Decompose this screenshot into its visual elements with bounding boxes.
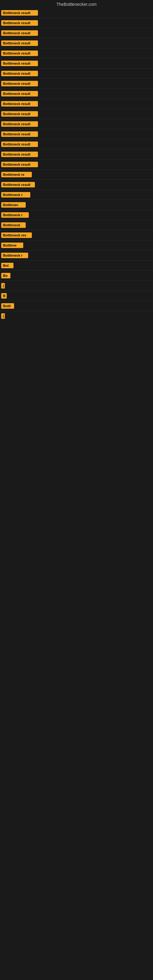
list-item: Bottleneck result (0, 49, 153, 57)
bottleneck-result-badge[interactable]: Bottleneck result (1, 71, 38, 76)
bottleneck-result-badge[interactable]: Bottleneck result (1, 91, 38, 97)
list-item: Bottleneck r (0, 191, 153, 199)
bottleneck-result-badge[interactable]: | (1, 313, 5, 319)
bottleneck-result-badge[interactable]: Bottleneck result (1, 101, 38, 107)
bottleneck-result-badge[interactable]: Bottleneck result (1, 60, 38, 66)
list-item: Bot (0, 261, 153, 270)
bottleneck-result-badge[interactable]: Bottleneck result (1, 20, 38, 26)
bottleneck-result-badge[interactable]: Bottleneck result (1, 182, 35, 188)
bottleneck-result-badge[interactable]: Bottleneck result (1, 121, 38, 127)
list-item: Bottleneck result (0, 180, 153, 189)
list-item: Bottl (0, 302, 153, 310)
bottleneck-result-badge[interactable]: Bottleneck res (1, 232, 32, 238)
bottleneck-result-badge[interactable]: Bottleneck r (1, 212, 29, 218)
list-item: Bottleneck (0, 221, 153, 229)
list-item: Bottleneck result (0, 150, 153, 159)
bottleneck-result-badge[interactable]: Bottleneck result (1, 162, 38, 167)
bottleneck-result-badge[interactable]: Bottlene (1, 243, 23, 248)
bottleneck-result-badge[interactable]: Bottleneck result (1, 51, 38, 56)
bottleneck-list: Bottleneck resultBottleneck resultBottle… (0, 9, 153, 320)
bottleneck-result-badge[interactable]: Bottleneck re (1, 172, 32, 177)
bottleneck-result-badge[interactable]: | (1, 283, 5, 288)
bottleneck-result-badge[interactable]: Bottleneck result (1, 30, 38, 36)
bottleneck-result-badge[interactable]: Bottlenec (1, 202, 26, 208)
bottleneck-result-badge[interactable]: B (1, 293, 7, 299)
list-item: | (0, 282, 153, 290)
bottleneck-result-badge[interactable]: Bottleneck result (1, 10, 38, 16)
list-item: Bottleneck result (0, 39, 153, 48)
list-item: Bottleneck result (0, 130, 153, 138)
bottleneck-result-badge[interactable]: Bottl (1, 303, 14, 309)
list-item: Bottleneck result (0, 69, 153, 78)
list-item: Bottleneck result (0, 140, 153, 148)
bottleneck-result-badge[interactable]: Bottleneck (1, 222, 26, 228)
list-item: Bottleneck result (0, 79, 153, 88)
bottleneck-result-badge[interactable]: Bot (1, 263, 13, 268)
list-item: Bottlenec (0, 200, 153, 209)
site-title-text: TheBottlenecker.com (56, 2, 97, 7)
list-item: Bottleneck result (0, 110, 153, 118)
list-item: Bottleneck result (0, 19, 153, 27)
list-item: Bottleneck result (0, 100, 153, 108)
bottleneck-result-badge[interactable]: Bottleneck result (1, 151, 38, 157)
list-item: Bottlene (0, 241, 153, 250)
list-item: Bottleneck re (0, 170, 153, 179)
list-item: Bottleneck result (0, 29, 153, 37)
list-item: Bottleneck result (0, 9, 153, 17)
bottleneck-result-badge[interactable]: Bottleneck result (1, 40, 38, 46)
bottleneck-result-badge[interactable]: Bottleneck result (1, 111, 38, 117)
list-item: | (0, 312, 153, 320)
bottleneck-result-badge[interactable]: Bo (1, 273, 10, 278)
list-item: Bottleneck result (0, 120, 153, 128)
list-item: Bottleneck result (0, 59, 153, 68)
list-item: B (0, 291, 153, 300)
list-item: Bottleneck r (0, 251, 153, 260)
bottleneck-result-badge[interactable]: Bottleneck result (1, 142, 38, 147)
bottleneck-result-badge[interactable]: Bottleneck r (1, 192, 30, 197)
list-item: Bottleneck result (0, 89, 153, 98)
bottleneck-result-badge[interactable]: Bottleneck result (1, 131, 38, 137)
list-item: Bottleneck result (0, 160, 153, 169)
site-title: TheBottlenecker.com (0, 0, 153, 9)
list-item: Bottleneck r (0, 211, 153, 219)
list-item: Bo (0, 271, 153, 280)
bottleneck-result-badge[interactable]: Bottleneck result (1, 81, 38, 86)
bottleneck-result-badge[interactable]: Bottleneck r (1, 253, 28, 258)
list-item: Bottleneck res (0, 231, 153, 240)
